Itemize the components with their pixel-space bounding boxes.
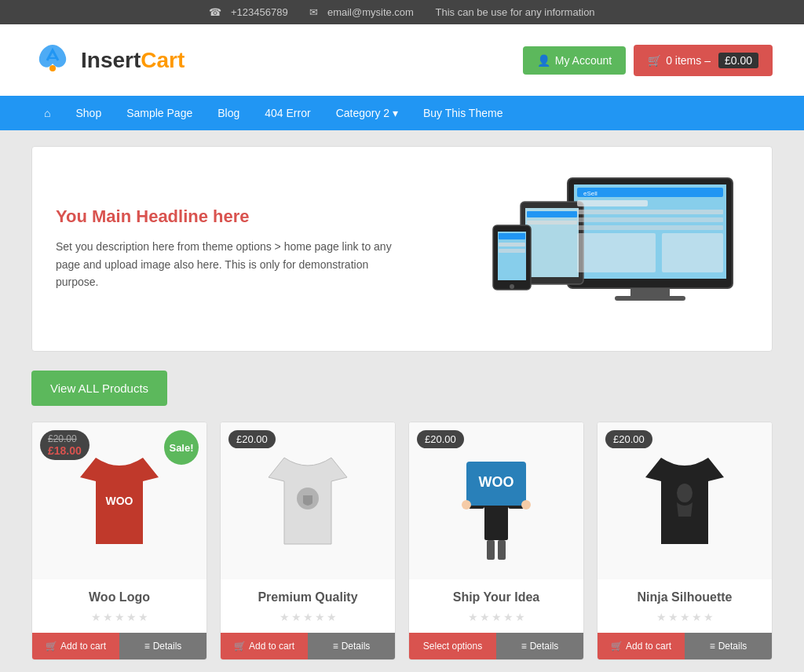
nav-shop[interactable]: Shop: [63, 96, 114, 130]
price-badge: £20.00: [605, 430, 652, 448]
nav-buy-theme[interactable]: Buy This Theme: [411, 96, 515, 130]
logo-cart-text: Cart: [141, 48, 185, 73]
devices-mockup: eSell: [450, 170, 748, 327]
svg-rect-20: [499, 249, 525, 253]
logo-insert-text: Insert: [81, 48, 141, 73]
product-actions: 🛒 Add to cart ≡ Details: [598, 633, 772, 659]
product-name: Ship Your Idea: [420, 590, 572, 604]
star-2: ★: [291, 611, 302, 623]
product-info: Premium Quality ★ ★ ★ ★ ★: [221, 579, 395, 623]
nav-category-2[interactable]: Category 2 ▾: [323, 96, 411, 130]
star-3: ★: [303, 611, 313, 623]
svg-text:WOO: WOO: [106, 495, 133, 507]
hero-headline: You Main Headline here: [56, 206, 402, 227]
svg-rect-14: [577, 225, 723, 230]
star-3: ★: [680, 611, 690, 623]
hero-image: eSell: [402, 170, 748, 327]
star-5: ★: [704, 611, 714, 623]
star-1: ★: [468, 611, 478, 623]
add-to-cart-button[interactable]: 🛒 Add to cart: [598, 633, 685, 659]
sale-badge: Sale!: [164, 430, 199, 465]
product-card: £20.00 £18.00 Sale! WOO Woo Logo ★ ★ ★ ★…: [31, 422, 207, 660]
product-actions: Select options ≡ Details: [409, 633, 583, 659]
nav-404-error[interactable]: 404 Error: [252, 96, 323, 130]
svg-rect-22: [527, 221, 577, 225]
star-1: ★: [656, 611, 667, 623]
info-text: This can be use for any information: [436, 6, 595, 18]
hero-text: You Main Headline here Set you descripti…: [56, 206, 402, 290]
svg-rect-16: [662, 233, 723, 272]
star-2: ★: [103, 611, 113, 623]
star-4: ★: [126, 611, 137, 623]
cart-icon: 🛒: [234, 641, 246, 652]
svg-rect-11: [577, 200, 648, 206]
price: £20.00: [425, 433, 456, 445]
svg-rect-15: [577, 233, 656, 272]
list-icon: ≡: [521, 641, 527, 652]
old-price: £20.00: [48, 433, 82, 444]
svg-rect-19: [499, 243, 525, 247]
svg-rect-10: [577, 188, 723, 197]
star-5: ★: [515, 611, 525, 623]
cart-icon: 🛒: [46, 641, 57, 652]
add-to-cart-button[interactable]: 🛒 Add to cart: [32, 633, 119, 659]
cart-price: £0.00: [718, 53, 758, 68]
phone-number: ☎ +123456789: [209, 6, 297, 18]
svg-rect-21: [527, 211, 577, 217]
star-2: ★: [480, 611, 490, 623]
product-stars: ★ ★ ★ ★ ★: [232, 611, 384, 623]
product-image-wrap: £20.00: [221, 422, 395, 579]
list-icon: ≡: [710, 641, 715, 652]
logo-icon: [31, 38, 75, 82]
svg-point-35: [677, 484, 693, 502]
view-all-products-button[interactable]: View ALL Products: [31, 371, 167, 406]
svg-rect-6: [525, 208, 579, 277]
product-name: Premium Quality: [232, 590, 384, 604]
svg-text:WOO: WOO: [479, 474, 514, 490]
list-icon: ≡: [333, 641, 338, 652]
details-button[interactable]: ≡ Details: [496, 633, 583, 659]
product-stars: ★ ★ ★ ★ ★: [608, 611, 761, 623]
product-card: £20.00 Premium Quality ★ ★ ★ ★ ★: [220, 422, 396, 660]
svg-rect-3: [630, 288, 670, 296]
star-5: ★: [327, 611, 337, 623]
header: InsertCart 👤 My Account 🛒 0 items – £0.0…: [0, 24, 804, 96]
details-button[interactable]: ≡ Details: [119, 633, 206, 659]
products-grid: £20.00 £18.00 Sale! WOO Woo Logo ★ ★ ★ ★…: [31, 422, 773, 660]
my-account-button[interactable]: 👤 My Account: [523, 46, 626, 75]
product-image-wrap: £20.00 WOO: [409, 422, 583, 579]
product-info: Ship Your Idea ★ ★ ★ ★ ★: [409, 579, 583, 623]
select-options-button[interactable]: Select options: [409, 633, 496, 659]
details-button[interactable]: ≡ Details: [308, 633, 395, 659]
list-icon: ≡: [144, 641, 150, 652]
user-icon: 👤: [537, 54, 550, 67]
product-tshirt-image: [261, 442, 355, 560]
svg-point-9: [510, 284, 514, 289]
star-4: ★: [315, 611, 325, 623]
hero-description: Set you description here from theme opti…: [56, 238, 402, 290]
svg-rect-34: [498, 540, 506, 560]
details-button[interactable]: ≡ Details: [685, 633, 772, 659]
product-actions: 🛒 Add to cart ≡ Details: [221, 633, 395, 659]
product-name: Ninja Silhouette: [608, 590, 761, 604]
product-image-wrap: £20.00: [598, 422, 772, 579]
new-price: £18.00: [48, 444, 82, 457]
product-image-wrap: £20.00 £18.00 Sale! WOO: [32, 422, 206, 579]
nav-sample-page[interactable]: Sample Page: [114, 96, 205, 130]
nav-blog[interactable]: Blog: [205, 96, 252, 130]
product-actions: 🛒 Add to cart ≡ Details: [32, 633, 206, 659]
main-content: You Main Headline here Set you descripti…: [0, 130, 804, 672]
product-tshirt-image: WOO: [72, 442, 166, 560]
price-badge: £20.00: [228, 430, 276, 448]
svg-rect-18: [499, 233, 525, 239]
nav-home[interactable]: ⌂: [31, 96, 63, 130]
top-bar: ☎ +123456789 ✉ email@mysite.com This can…: [0, 0, 804, 24]
add-to-cart-button[interactable]: 🛒 Add to cart: [221, 633, 308, 659]
star-3: ★: [115, 611, 125, 623]
star-5: ★: [138, 611, 148, 623]
price-badge: £20.00 £18.00: [40, 430, 90, 460]
product-person-image: WOO: [449, 438, 543, 564]
cart-button[interactable]: 🛒 0 items – £0.00: [634, 45, 773, 76]
logo[interactable]: InsertCart: [31, 38, 185, 82]
svg-rect-12: [577, 210, 723, 214]
